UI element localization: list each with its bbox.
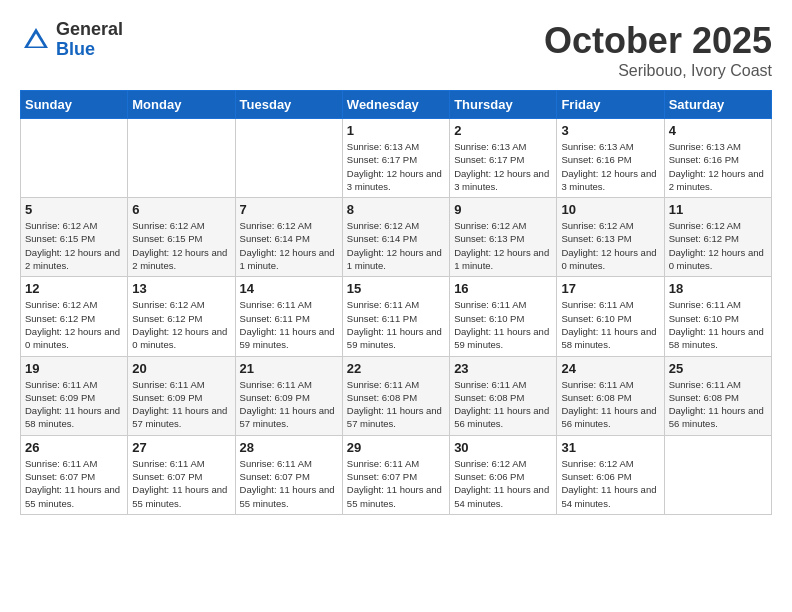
day-number: 5 (25, 202, 123, 217)
calendar-cell: 13Sunrise: 6:12 AMSunset: 6:12 PMDayligh… (128, 277, 235, 356)
calendar-cell: 18Sunrise: 6:11 AMSunset: 6:10 PMDayligh… (664, 277, 771, 356)
day-info: Sunrise: 6:12 AMSunset: 6:06 PMDaylight:… (561, 457, 659, 510)
day-info: Sunrise: 6:13 AMSunset: 6:16 PMDaylight:… (669, 140, 767, 193)
calendar-cell: 30Sunrise: 6:12 AMSunset: 6:06 PMDayligh… (450, 435, 557, 514)
calendar-cell: 15Sunrise: 6:11 AMSunset: 6:11 PMDayligh… (342, 277, 449, 356)
day-number: 29 (347, 440, 445, 455)
day-info: Sunrise: 6:12 AMSunset: 6:12 PMDaylight:… (669, 219, 767, 272)
calendar-week-row: 19Sunrise: 6:11 AMSunset: 6:09 PMDayligh… (21, 356, 772, 435)
calendar-cell: 27Sunrise: 6:11 AMSunset: 6:07 PMDayligh… (128, 435, 235, 514)
day-info: Sunrise: 6:12 AMSunset: 6:12 PMDaylight:… (132, 298, 230, 351)
day-number: 16 (454, 281, 552, 296)
day-info: Sunrise: 6:12 AMSunset: 6:15 PMDaylight:… (25, 219, 123, 272)
day-info: Sunrise: 6:13 AMSunset: 6:17 PMDaylight:… (347, 140, 445, 193)
day-info: Sunrise: 6:11 AMSunset: 6:07 PMDaylight:… (347, 457, 445, 510)
calendar-cell: 17Sunrise: 6:11 AMSunset: 6:10 PMDayligh… (557, 277, 664, 356)
calendar-week-row: 26Sunrise: 6:11 AMSunset: 6:07 PMDayligh… (21, 435, 772, 514)
calendar-cell: 26Sunrise: 6:11 AMSunset: 6:07 PMDayligh… (21, 435, 128, 514)
day-info: Sunrise: 6:11 AMSunset: 6:08 PMDaylight:… (669, 378, 767, 431)
day-number: 31 (561, 440, 659, 455)
day-number: 15 (347, 281, 445, 296)
day-number: 30 (454, 440, 552, 455)
day-number: 8 (347, 202, 445, 217)
weekday-header: Monday (128, 91, 235, 119)
day-info: Sunrise: 6:13 AMSunset: 6:17 PMDaylight:… (454, 140, 552, 193)
calendar-cell: 7Sunrise: 6:12 AMSunset: 6:14 PMDaylight… (235, 198, 342, 277)
day-number: 7 (240, 202, 338, 217)
day-info: Sunrise: 6:11 AMSunset: 6:07 PMDaylight:… (132, 457, 230, 510)
calendar-header-row: SundayMondayTuesdayWednesdayThursdayFrid… (21, 91, 772, 119)
day-info: Sunrise: 6:11 AMSunset: 6:08 PMDaylight:… (561, 378, 659, 431)
logo-icon (20, 24, 52, 56)
calendar-cell: 19Sunrise: 6:11 AMSunset: 6:09 PMDayligh… (21, 356, 128, 435)
logo-blue: Blue (56, 40, 123, 60)
weekday-header: Tuesday (235, 91, 342, 119)
day-number: 22 (347, 361, 445, 376)
month-title: October 2025 (544, 20, 772, 62)
day-info: Sunrise: 6:11 AMSunset: 6:11 PMDaylight:… (347, 298, 445, 351)
day-number: 24 (561, 361, 659, 376)
page-header: General Blue October 2025 Seribouo, Ivor… (20, 20, 772, 80)
day-number: 27 (132, 440, 230, 455)
day-info: Sunrise: 6:11 AMSunset: 6:10 PMDaylight:… (454, 298, 552, 351)
day-info: Sunrise: 6:11 AMSunset: 6:08 PMDaylight:… (347, 378, 445, 431)
day-number: 23 (454, 361, 552, 376)
day-number: 28 (240, 440, 338, 455)
calendar-cell: 29Sunrise: 6:11 AMSunset: 6:07 PMDayligh… (342, 435, 449, 514)
day-info: Sunrise: 6:12 AMSunset: 6:14 PMDaylight:… (347, 219, 445, 272)
calendar-week-row: 12Sunrise: 6:12 AMSunset: 6:12 PMDayligh… (21, 277, 772, 356)
day-info: Sunrise: 6:11 AMSunset: 6:09 PMDaylight:… (132, 378, 230, 431)
day-info: Sunrise: 6:12 AMSunset: 6:12 PMDaylight:… (25, 298, 123, 351)
calendar-cell: 8Sunrise: 6:12 AMSunset: 6:14 PMDaylight… (342, 198, 449, 277)
day-info: Sunrise: 6:11 AMSunset: 6:07 PMDaylight:… (240, 457, 338, 510)
day-number: 17 (561, 281, 659, 296)
calendar-cell: 25Sunrise: 6:11 AMSunset: 6:08 PMDayligh… (664, 356, 771, 435)
day-number: 21 (240, 361, 338, 376)
day-info: Sunrise: 6:12 AMSunset: 6:06 PMDaylight:… (454, 457, 552, 510)
day-number: 1 (347, 123, 445, 138)
day-number: 3 (561, 123, 659, 138)
calendar-week-row: 5Sunrise: 6:12 AMSunset: 6:15 PMDaylight… (21, 198, 772, 277)
logo-text: General Blue (56, 20, 123, 60)
day-number: 10 (561, 202, 659, 217)
day-info: Sunrise: 6:11 AMSunset: 6:10 PMDaylight:… (561, 298, 659, 351)
logo: General Blue (20, 20, 123, 60)
calendar-week-row: 1Sunrise: 6:13 AMSunset: 6:17 PMDaylight… (21, 119, 772, 198)
weekday-header: Sunday (21, 91, 128, 119)
calendar-cell (21, 119, 128, 198)
calendar-cell: 9Sunrise: 6:12 AMSunset: 6:13 PMDaylight… (450, 198, 557, 277)
location-title: Seribouo, Ivory Coast (544, 62, 772, 80)
calendar-cell: 4Sunrise: 6:13 AMSunset: 6:16 PMDaylight… (664, 119, 771, 198)
calendar-cell: 28Sunrise: 6:11 AMSunset: 6:07 PMDayligh… (235, 435, 342, 514)
day-info: Sunrise: 6:11 AMSunset: 6:07 PMDaylight:… (25, 457, 123, 510)
day-number: 20 (132, 361, 230, 376)
calendar-cell: 1Sunrise: 6:13 AMSunset: 6:17 PMDaylight… (342, 119, 449, 198)
calendar-cell: 16Sunrise: 6:11 AMSunset: 6:10 PMDayligh… (450, 277, 557, 356)
day-info: Sunrise: 6:11 AMSunset: 6:11 PMDaylight:… (240, 298, 338, 351)
calendar-cell: 21Sunrise: 6:11 AMSunset: 6:09 PMDayligh… (235, 356, 342, 435)
day-number: 19 (25, 361, 123, 376)
day-info: Sunrise: 6:11 AMSunset: 6:09 PMDaylight:… (25, 378, 123, 431)
day-number: 14 (240, 281, 338, 296)
calendar-cell: 24Sunrise: 6:11 AMSunset: 6:08 PMDayligh… (557, 356, 664, 435)
day-number: 6 (132, 202, 230, 217)
logo-general: General (56, 20, 123, 40)
day-info: Sunrise: 6:12 AMSunset: 6:14 PMDaylight:… (240, 219, 338, 272)
weekday-header: Thursday (450, 91, 557, 119)
weekday-header: Friday (557, 91, 664, 119)
calendar-cell: 2Sunrise: 6:13 AMSunset: 6:17 PMDaylight… (450, 119, 557, 198)
day-info: Sunrise: 6:12 AMSunset: 6:15 PMDaylight:… (132, 219, 230, 272)
day-number: 13 (132, 281, 230, 296)
day-number: 18 (669, 281, 767, 296)
day-info: Sunrise: 6:11 AMSunset: 6:08 PMDaylight:… (454, 378, 552, 431)
calendar-cell: 5Sunrise: 6:12 AMSunset: 6:15 PMDaylight… (21, 198, 128, 277)
calendar-cell: 3Sunrise: 6:13 AMSunset: 6:16 PMDaylight… (557, 119, 664, 198)
day-info: Sunrise: 6:11 AMSunset: 6:09 PMDaylight:… (240, 378, 338, 431)
day-number: 4 (669, 123, 767, 138)
title-block: October 2025 Seribouo, Ivory Coast (544, 20, 772, 80)
calendar-cell: 12Sunrise: 6:12 AMSunset: 6:12 PMDayligh… (21, 277, 128, 356)
calendar-cell (235, 119, 342, 198)
day-number: 25 (669, 361, 767, 376)
calendar-cell: 23Sunrise: 6:11 AMSunset: 6:08 PMDayligh… (450, 356, 557, 435)
calendar-cell (664, 435, 771, 514)
